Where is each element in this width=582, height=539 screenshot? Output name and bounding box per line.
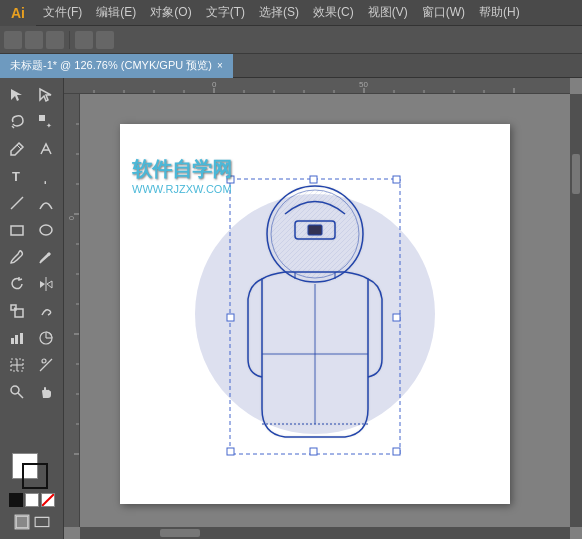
tool-row-8 xyxy=(3,271,60,297)
h-scroll-thumb[interactable] xyxy=(160,529,200,537)
svg-rect-18 xyxy=(11,338,14,344)
svg-line-2 xyxy=(12,126,14,128)
warp-tool[interactable] xyxy=(32,298,60,324)
svg-rect-36 xyxy=(64,78,570,94)
magic-wand-tool[interactable]: ✦ xyxy=(32,109,60,135)
menu-bar: Ai 文件(F) 编辑(E) 对象(O) 文字(T) 选择(S) 效果(C) 视… xyxy=(0,0,582,26)
vertical-ruler: 0 xyxy=(64,94,80,527)
toolbar-btn-2[interactable] xyxy=(25,31,43,49)
line-segment-tool[interactable] xyxy=(3,190,31,216)
menu-items: 文件(F) 编辑(E) 对象(O) 文字(T) 选择(S) 效果(C) 视图(V… xyxy=(36,0,527,25)
ellipse-tool[interactable] xyxy=(32,217,60,243)
reflect-tool[interactable] xyxy=(32,271,60,297)
tool-row-1 xyxy=(3,82,60,108)
tool-row-3 xyxy=(3,136,60,162)
artboard xyxy=(120,124,510,504)
lasso-tool[interactable] xyxy=(3,109,31,135)
tool-row-10 xyxy=(3,325,60,351)
tool-row-12 xyxy=(3,379,60,405)
arc-tool[interactable] xyxy=(32,190,60,216)
svg-text:T: T xyxy=(12,169,20,184)
tool-row-6 xyxy=(3,217,60,243)
pen-tool[interactable] xyxy=(3,136,31,162)
svg-rect-34 xyxy=(35,517,49,526)
selection-tool[interactable] xyxy=(3,82,31,108)
svg-rect-54 xyxy=(64,94,80,527)
menu-edit[interactable]: 编辑(E) xyxy=(89,0,143,25)
canvas-area[interactable]: 软件自学网 WWW.RJZXW.COM xyxy=(64,78,582,539)
menu-select[interactable]: 选择(S) xyxy=(252,0,306,25)
hand-tool[interactable] xyxy=(32,379,60,405)
tab-close-button[interactable]: × xyxy=(217,60,223,71)
tool-row-2: ✦ xyxy=(3,109,60,135)
menu-effect[interactable]: 效果(C) xyxy=(306,0,361,25)
pie-chart-tool[interactable] xyxy=(32,325,60,351)
paintbrush-tool[interactable] xyxy=(3,244,31,270)
color-section xyxy=(2,453,62,535)
type-tool[interactable]: T xyxy=(3,163,31,189)
tool-row-7 xyxy=(3,244,60,270)
svg-rect-19 xyxy=(15,335,18,344)
direct-selection-tool[interactable] xyxy=(32,82,60,108)
figure-with-selection[interactable] xyxy=(230,179,400,454)
toolbar-btn-3[interactable] xyxy=(46,31,64,49)
color-swatches xyxy=(9,493,55,507)
menu-window[interactable]: 窗口(W) xyxy=(415,0,472,25)
svg-rect-80 xyxy=(308,225,322,235)
app-logo: Ai xyxy=(0,0,36,26)
svg-marker-14 xyxy=(47,281,52,288)
zoom-tool[interactable] xyxy=(3,379,31,405)
svg-line-17 xyxy=(14,308,16,309)
normal-screen-mode[interactable] xyxy=(13,513,31,531)
menu-help[interactable]: 帮助(H) xyxy=(472,0,527,25)
v-scroll-thumb[interactable] xyxy=(572,154,580,194)
horizontal-ruler: 0 50 xyxy=(64,78,570,94)
menu-view[interactable]: 视图(V) xyxy=(361,0,415,25)
screen-mode-row xyxy=(13,513,51,531)
tool-row-4: T T xyxy=(3,163,60,189)
svg-point-30 xyxy=(11,386,19,394)
figure-svg xyxy=(230,179,400,454)
menu-object[interactable]: 对象(O) xyxy=(143,0,198,25)
rotate-tool[interactable] xyxy=(3,271,31,297)
svg-text:✦: ✦ xyxy=(46,122,52,129)
measure-tool[interactable] xyxy=(32,352,60,378)
toolbar-row xyxy=(0,26,582,54)
svg-rect-20 xyxy=(20,333,23,344)
black-swatch[interactable] xyxy=(9,493,23,507)
full-screen-mode[interactable] xyxy=(33,513,51,531)
pencil-tool[interactable] xyxy=(32,244,60,270)
none-swatch[interactable] xyxy=(41,493,55,507)
tool-row-5 xyxy=(3,190,60,216)
svg-point-11 xyxy=(40,225,52,235)
menu-text[interactable]: 文字(T) xyxy=(199,0,252,25)
white-swatch[interactable] xyxy=(25,493,39,507)
tab-bar: 未标题-1* @ 126.76% (CMYK/GPU 预览) × xyxy=(0,54,582,78)
toolbar-btn-1[interactable] xyxy=(4,31,22,49)
tool-row-11 xyxy=(3,352,60,378)
svg-text:T: T xyxy=(38,181,49,184)
add-anchor-tool[interactable] xyxy=(32,136,60,162)
svg-line-5 xyxy=(17,145,21,149)
svg-marker-13 xyxy=(40,281,45,288)
scale-tool[interactable] xyxy=(3,298,31,324)
svg-line-31 xyxy=(18,393,23,398)
column-graph-tool[interactable] xyxy=(3,325,31,351)
svg-text:0: 0 xyxy=(212,80,217,89)
svg-text:0: 0 xyxy=(68,216,75,220)
fill-stroke-boxes[interactable] xyxy=(12,453,52,489)
svg-marker-0 xyxy=(11,89,22,101)
rectangle-tool[interactable] xyxy=(3,217,31,243)
vertical-scrollbar[interactable] xyxy=(570,94,582,527)
document-tab[interactable]: 未标题-1* @ 126.76% (CMYK/GPU 预览) × xyxy=(0,54,233,78)
menu-file[interactable]: 文件(F) xyxy=(36,0,89,25)
vertical-type-tool[interactable]: T xyxy=(32,163,60,189)
slice-tool[interactable] xyxy=(3,352,31,378)
stroke-color-box[interactable] xyxy=(22,463,48,489)
main-area: ✦ T T xyxy=(0,78,582,539)
toolbar-btn-5[interactable] xyxy=(96,31,114,49)
toolbar-btn-4[interactable] xyxy=(75,31,93,49)
svg-rect-33 xyxy=(16,516,27,527)
svg-point-29 xyxy=(42,359,46,363)
horizontal-scrollbar[interactable] xyxy=(80,527,570,539)
